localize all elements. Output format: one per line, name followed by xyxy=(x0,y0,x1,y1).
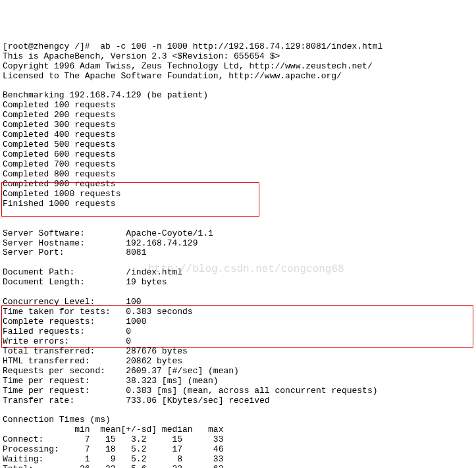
server-port-label: Server Port: xyxy=(3,247,65,257)
processing-row: Processing: 7 18 5.2 17 46 xyxy=(3,444,223,454)
html-transferred-value: 20862 bytes xyxy=(126,356,182,366)
server-hostname-label: Server Hostname: xyxy=(3,238,85,248)
server-software-value: Apache-Coyote/1.1 xyxy=(126,228,213,238)
header-line: This is ApacheBench, Version 2.3 <$Revis… xyxy=(3,51,280,61)
requests-per-second-value: 2609.37 [#/sec] (mean) xyxy=(126,366,239,376)
total-row: Total: 26 33 5.6 32 63 xyxy=(3,464,223,468)
transfer-rate-label: Transfer rate: xyxy=(3,396,74,405)
requests-per-second-label: Requests per second: xyxy=(3,366,105,376)
time-taken-value: 0.383 seconds xyxy=(126,307,192,317)
waiting-row: Waiting: 1 9 5.2 8 33 xyxy=(3,454,223,464)
connection-times-columns: min mean[+/-sd] median max xyxy=(3,425,223,434)
header-line: Copyright 1996 Adam Twiss, Zeus Technolo… xyxy=(3,61,373,71)
concurrency-value: 100 xyxy=(126,297,141,307)
time-taken-label: Time taken for tests: xyxy=(3,307,111,317)
completed-line: Completed 100 requests xyxy=(3,100,116,110)
completed-line: Completed 700 requests xyxy=(3,159,116,169)
concurrency-label: Concurrency Level: xyxy=(3,297,95,307)
server-hostname-value: 192.168.74.129 xyxy=(126,238,198,248)
time-per-request-label: Time per request: xyxy=(3,386,90,396)
header-line: Licensed to The Apache Software Foundati… xyxy=(3,71,342,81)
failed-requests-value: 0 xyxy=(126,326,131,336)
completed-line: Completed 900 requests xyxy=(3,179,116,189)
transfer-rate-value: 733.06 [Kbytes/sec] received xyxy=(126,396,269,405)
complete-requests-label: Complete requests: xyxy=(3,317,95,326)
time-per-request-value: 0.383 [ms] (mean, across all concurrent … xyxy=(126,386,377,396)
connection-times-header: Connection Times (ms) xyxy=(3,415,111,425)
total-transferred-label: Total transferred: xyxy=(3,346,95,356)
complete-requests-value: 1000 xyxy=(126,317,146,326)
benchmarking-line: Benchmarking 192.168.74.129 (be patient) xyxy=(3,90,208,100)
terminal-output: [root@zhengcy /]# ab -c 100 -n 1000 http… xyxy=(3,42,476,468)
failed-requests-label: Failed requests: xyxy=(3,326,85,336)
finished-line: Finished 1000 requests xyxy=(3,199,116,209)
server-port-value: 8081 xyxy=(126,247,146,257)
total-transferred-value: 287676 bytes xyxy=(126,346,188,356)
command-prompt: [root@zhengcy /]# ab -c 100 -n 1000 http… xyxy=(3,41,383,51)
completed-line: Completed 1000 requests xyxy=(3,189,120,199)
write-errors-value: 0 xyxy=(126,336,131,346)
completed-line: Completed 400 requests xyxy=(3,130,116,140)
completed-line: Completed 600 requests xyxy=(3,149,116,159)
connect-row: Connect: 7 15 3.2 15 33 xyxy=(3,434,223,444)
completed-line: Completed 500 requests xyxy=(3,140,116,149)
document-length-label: Document Length: xyxy=(3,277,85,287)
html-transferred-label: HTML transferred: xyxy=(3,356,90,366)
time-per-request-value: 38.323 [ms] (mean) xyxy=(126,376,218,386)
completed-line: Completed 800 requests xyxy=(3,169,116,179)
document-path-value: /index.html xyxy=(126,267,182,277)
document-length-value: 19 bytes xyxy=(126,277,167,287)
server-software-label: Server Software: xyxy=(3,228,85,238)
completed-line: Completed 300 requests xyxy=(3,120,116,130)
write-errors-label: Write errors: xyxy=(3,336,69,346)
document-path-label: Document Path: xyxy=(3,267,74,277)
time-per-request-label: Time per request: xyxy=(3,376,90,386)
completed-line: Completed 200 requests xyxy=(3,110,116,120)
